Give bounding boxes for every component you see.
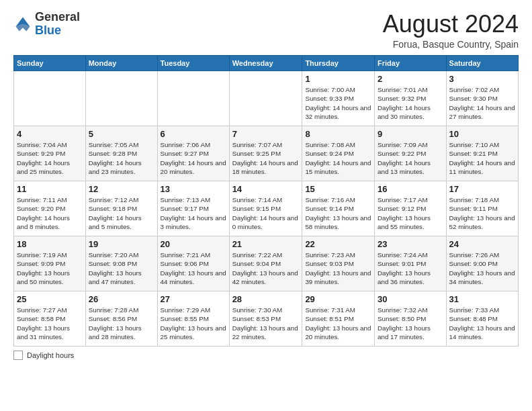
calendar-cell: 25Sunrise: 7:27 AM Sunset: 8:58 PM Dayli… — [14, 291, 86, 346]
calendar-cell: 7Sunrise: 7:07 AM Sunset: 9:25 PM Daylig… — [229, 126, 302, 181]
day-info: Sunrise: 7:08 AM Sunset: 9:24 PM Dayligh… — [305, 140, 371, 176]
calendar-week-row: 1Sunrise: 7:00 AM Sunset: 9:33 PM Daylig… — [14, 71, 519, 126]
legend: Daylight hours — [13, 351, 519, 360]
day-number: 17 — [449, 183, 515, 195]
calendar-cell: 17Sunrise: 7:18 AM Sunset: 9:11 PM Dayli… — [446, 181, 518, 236]
day-number: 10 — [449, 128, 515, 140]
day-info: Sunrise: 7:32 AM Sunset: 8:50 PM Dayligh… — [378, 306, 443, 341]
calendar-cell: 9Sunrise: 7:09 AM Sunset: 9:22 PM Daylig… — [375, 126, 447, 181]
calendar-cell: 19Sunrise: 7:20 AM Sunset: 9:08 PM Dayli… — [85, 236, 157, 291]
day-info: Sunrise: 7:22 AM Sunset: 9:04 PM Dayligh… — [232, 250, 300, 286]
title-block: August 2024 Forua, Basque Country, Spain — [383, 11, 519, 50]
day-info: Sunrise: 7:05 AM Sunset: 9:28 PM Dayligh… — [89, 140, 154, 176]
day-info: Sunrise: 7:06 AM Sunset: 9:27 PM Dayligh… — [161, 140, 226, 176]
day-info: Sunrise: 7:21 AM Sunset: 9:06 PM Dayligh… — [161, 250, 226, 286]
day-number: 18 — [17, 238, 83, 250]
day-number: 27 — [161, 293, 226, 306]
day-info: Sunrise: 7:07 AM Sunset: 9:25 PM Dayligh… — [232, 140, 300, 176]
calendar-cell: 8Sunrise: 7:08 AM Sunset: 9:24 PM Daylig… — [302, 126, 375, 181]
day-number: 21 — [232, 238, 300, 250]
day-info: Sunrise: 7:24 AM Sunset: 9:01 PM Dayligh… — [378, 250, 443, 286]
day-number: 30 — [378, 293, 443, 306]
day-number: 5 — [89, 128, 154, 140]
calendar-cell: 29Sunrise: 7:31 AM Sunset: 8:51 PM Dayli… — [302, 291, 375, 346]
calendar-cell: 2Sunrise: 7:01 AM Sunset: 9:32 PM Daylig… — [375, 71, 447, 126]
calendar-cell: 16Sunrise: 7:17 AM Sunset: 9:12 PM Dayli… — [375, 181, 447, 236]
month-title: August 2024 — [383, 11, 519, 38]
calendar-cell: 12Sunrise: 7:12 AM Sunset: 9:18 PM Dayli… — [85, 181, 157, 236]
day-number: 15 — [305, 183, 371, 195]
day-info: Sunrise: 7:01 AM Sunset: 9:32 PM Dayligh… — [378, 85, 443, 121]
day-number: 29 — [305, 293, 371, 306]
day-info: Sunrise: 7:33 AM Sunset: 8:48 PM Dayligh… — [449, 306, 515, 341]
day-number: 7 — [232, 128, 300, 140]
calendar-cell: 6Sunrise: 7:06 AM Sunset: 9:27 PM Daylig… — [157, 126, 229, 181]
page: General Blue August 2024 Forua, Basque C… — [0, 0, 532, 367]
day-info: Sunrise: 7:30 AM Sunset: 8:53 PM Dayligh… — [232, 306, 300, 341]
day-number: 20 — [161, 238, 226, 250]
day-info: Sunrise: 7:18 AM Sunset: 9:11 PM Dayligh… — [449, 195, 515, 231]
calendar-cell: 1Sunrise: 7:00 AM Sunset: 9:33 PM Daylig… — [302, 71, 375, 126]
calendar-cell — [229, 71, 302, 126]
day-info: Sunrise: 7:16 AM Sunset: 9:14 PM Dayligh… — [305, 195, 371, 231]
logo-text: General Blue — [35, 11, 80, 38]
calendar-cell: 26Sunrise: 7:28 AM Sunset: 8:56 PM Dayli… — [85, 291, 157, 346]
calendar-week-row: 18Sunrise: 7:19 AM Sunset: 9:09 PM Dayli… — [14, 236, 519, 291]
day-number: 28 — [232, 293, 300, 306]
day-number: 8 — [305, 128, 371, 140]
legend-box — [13, 351, 23, 360]
calendar-week-row: 11Sunrise: 7:11 AM Sunset: 9:20 PM Dayli… — [14, 181, 519, 236]
calendar-cell: 3Sunrise: 7:02 AM Sunset: 9:30 PM Daylig… — [446, 71, 518, 126]
day-number: 26 — [89, 293, 154, 306]
day-number: 3 — [449, 73, 515, 85]
day-number: 12 — [89, 183, 154, 195]
header: General Blue August 2024 Forua, Basque C… — [13, 11, 519, 50]
day-info: Sunrise: 7:00 AM Sunset: 9:33 PM Dayligh… — [305, 85, 371, 121]
day-info: Sunrise: 7:20 AM Sunset: 9:08 PM Dayligh… — [89, 250, 154, 286]
calendar-cell: 18Sunrise: 7:19 AM Sunset: 9:09 PM Dayli… — [14, 236, 86, 291]
day-number: 14 — [232, 183, 300, 195]
calendar-cell: 21Sunrise: 7:22 AM Sunset: 9:04 PM Dayli… — [229, 236, 302, 291]
calendar-cell: 5Sunrise: 7:05 AM Sunset: 9:28 PM Daylig… — [85, 126, 157, 181]
day-number: 22 — [305, 238, 371, 250]
calendar-cell: 20Sunrise: 7:21 AM Sunset: 9:06 PM Dayli… — [157, 236, 229, 291]
day-number: 9 — [378, 128, 443, 140]
calendar-day-header: Tuesday — [157, 55, 229, 71]
day-info: Sunrise: 7:27 AM Sunset: 8:58 PM Dayligh… — [17, 306, 83, 341]
day-number: 24 — [449, 238, 515, 250]
day-info: Sunrise: 7:12 AM Sunset: 9:18 PM Dayligh… — [89, 195, 154, 231]
calendar-cell: 11Sunrise: 7:11 AM Sunset: 9:20 PM Dayli… — [14, 181, 86, 236]
calendar-cell — [14, 71, 86, 126]
day-info: Sunrise: 7:11 AM Sunset: 9:20 PM Dayligh… — [17, 195, 83, 231]
day-number: 11 — [17, 183, 83, 195]
calendar-cell: 28Sunrise: 7:30 AM Sunset: 8:53 PM Dayli… — [229, 291, 302, 346]
day-info: Sunrise: 7:29 AM Sunset: 8:55 PM Dayligh… — [161, 306, 226, 341]
day-info: Sunrise: 7:10 AM Sunset: 9:21 PM Dayligh… — [449, 140, 515, 176]
calendar-cell: 31Sunrise: 7:33 AM Sunset: 8:48 PM Dayli… — [446, 291, 518, 346]
day-number: 19 — [89, 238, 154, 250]
day-info: Sunrise: 7:31 AM Sunset: 8:51 PM Dayligh… — [305, 306, 371, 341]
calendar-cell: 13Sunrise: 7:13 AM Sunset: 9:17 PM Dayli… — [157, 181, 229, 236]
day-info: Sunrise: 7:28 AM Sunset: 8:56 PM Dayligh… — [89, 306, 154, 341]
calendar-day-header: Friday — [375, 55, 447, 71]
calendar-week-row: 4Sunrise: 7:04 AM Sunset: 9:29 PM Daylig… — [14, 126, 519, 181]
day-info: Sunrise: 7:09 AM Sunset: 9:22 PM Dayligh… — [378, 140, 443, 176]
calendar-day-header: Wednesday — [229, 55, 302, 71]
logo: General Blue — [13, 11, 80, 38]
subtitle: Forua, Basque Country, Spain — [383, 39, 519, 50]
logo-icon — [13, 15, 32, 34]
calendar-cell: 4Sunrise: 7:04 AM Sunset: 9:29 PM Daylig… — [14, 126, 86, 181]
day-number: 6 — [161, 128, 226, 140]
logo-blue-text: Blue — [35, 24, 61, 37]
calendar-week-row: 25Sunrise: 7:27 AM Sunset: 8:58 PM Dayli… — [14, 291, 519, 346]
calendar-day-header: Sunday — [14, 55, 86, 71]
logo-general-text: General — [35, 10, 80, 24]
day-number: 1 — [305, 73, 371, 85]
calendar-day-header: Saturday — [446, 55, 518, 71]
calendar-day-header: Thursday — [302, 55, 375, 71]
calendar-cell: 14Sunrise: 7:14 AM Sunset: 9:15 PM Dayli… — [229, 181, 302, 236]
calendar-cell: 10Sunrise: 7:10 AM Sunset: 9:21 PM Dayli… — [446, 126, 518, 181]
calendar-day-header: Monday — [85, 55, 157, 71]
calendar-cell: 24Sunrise: 7:26 AM Sunset: 9:00 PM Dayli… — [446, 236, 518, 291]
calendar-cell: 30Sunrise: 7:32 AM Sunset: 8:50 PM Dayli… — [375, 291, 447, 346]
